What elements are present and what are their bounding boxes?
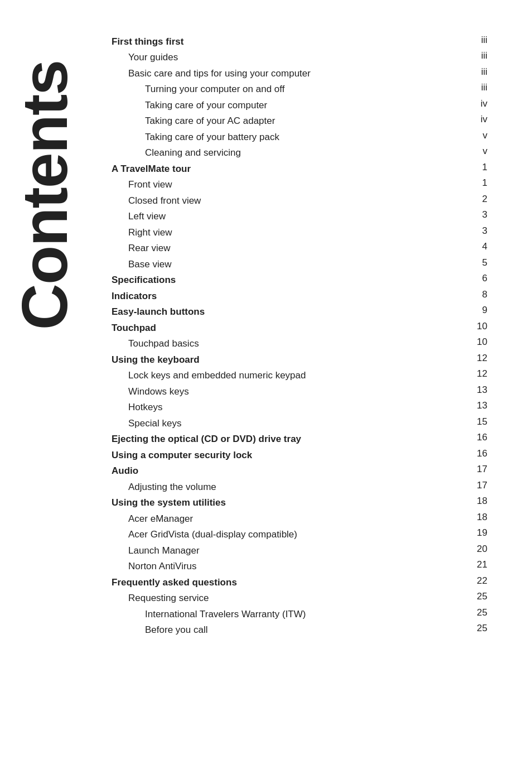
toc-page-cell: v <box>468 145 487 161</box>
toc-label: Using the keyboard <box>112 354 200 365</box>
toc-label: Front view <box>112 179 172 190</box>
toc-label-cell: Launch Manager <box>112 542 468 559</box>
toc-row: Norton AntiVirus21 <box>112 559 487 575</box>
toc-label: Right view <box>112 227 172 238</box>
toc-label-cell: Basic care and tips for using your compu… <box>112 65 468 81</box>
toc-page-cell: 12 <box>468 352 487 368</box>
toc-label: Your guides <box>112 52 178 63</box>
toc-page-cell: 25 <box>468 590 487 607</box>
toc-row: Easy-launch buttons9 <box>112 304 487 320</box>
toc-row: Rear view4 <box>112 241 487 257</box>
toc-page-cell: 9 <box>468 304 487 320</box>
toc-row: Cleaning and servicingv <box>112 145 487 161</box>
toc-row: Your guidesiii <box>112 50 487 66</box>
toc-page-cell: 10 <box>468 336 487 352</box>
toc-row: Using the keyboard12 <box>112 352 487 368</box>
toc-label-cell: Taking care of your AC adapter <box>112 113 468 129</box>
toc-page-cell: 6 <box>468 272 487 289</box>
toc-label-cell: Audio <box>112 463 468 479</box>
toc-page-cell: iii <box>468 81 487 98</box>
page-container: Contents First things firstiiiYour guide… <box>0 0 532 764</box>
toc-row: Taking care of your AC adapteriv <box>112 113 487 129</box>
toc-label-cell: Touchpad <box>112 320 468 336</box>
toc-row: Base view5 <box>112 256 487 272</box>
toc-page-cell: 5 <box>468 256 487 272</box>
toc-page-cell: 18 <box>468 495 487 511</box>
toc-row: Turning your computer on and offiii <box>112 81 487 98</box>
toc-label: Acer eManager <box>112 513 193 524</box>
toc-label-cell: Before you call <box>112 622 468 638</box>
toc-label-cell: Using the keyboard <box>112 352 468 368</box>
toc-label-cell: International Travelers Warranty (ITW) <box>112 606 468 622</box>
toc-label-cell: Norton AntiVirus <box>112 559 468 575</box>
toc-label-cell: Adjusting the volume <box>112 479 468 495</box>
toc-page-cell: iii <box>468 50 487 66</box>
toc-label: Closed front view <box>112 195 201 206</box>
toc-label: Frequently asked questions <box>112 577 237 588</box>
toc-row: Front view1 <box>112 177 487 193</box>
toc-row: Requesting service25 <box>112 590 487 607</box>
toc-label-cell: Turning your computer on and off <box>112 81 468 98</box>
toc-label: Touchpad basics <box>112 338 199 349</box>
toc-label-cell: Special keys <box>112 415 468 431</box>
toc-label-cell: Left view <box>112 209 468 225</box>
toc-label: Cleaning and servicing <box>112 147 241 158</box>
toc-page-cell: 16 <box>468 431 487 448</box>
toc-label-cell: Cleaning and servicing <box>112 145 468 161</box>
toc-row: Touchpad10 <box>112 320 487 336</box>
toc-label: Base view <box>112 259 171 270</box>
toc-page-cell: 20 <box>468 542 487 559</box>
toc-label-cell: Acer GridVista (dual-display compatible) <box>112 527 468 543</box>
toc-page-cell: iii <box>468 33 487 50</box>
toc-row: Basic care and tips for using your compu… <box>112 65 487 81</box>
toc-row: International Travelers Warranty (ITW)25 <box>112 606 487 622</box>
toc-row: Indicators8 <box>112 288 487 304</box>
toc-label: A TravelMate tour <box>112 164 191 174</box>
toc-page-cell: 1 <box>468 177 487 193</box>
toc-label: Taking care of your AC adapter <box>112 116 275 126</box>
toc-page-cell: 15 <box>468 415 487 431</box>
toc-label-cell: Using a computer security lock <box>112 447 468 463</box>
toc-page-cell: 21 <box>468 559 487 575</box>
toc-page-cell: 13 <box>468 383 487 400</box>
toc-label-cell: Lock keys and embedded numeric keypad <box>112 368 468 384</box>
toc-label-cell: Rear view <box>112 241 468 257</box>
toc-label-cell: Ejecting the optical (CD or DVD) drive t… <box>112 431 468 448</box>
toc-page-cell: 8 <box>468 288 487 304</box>
toc-label: Touchpad <box>112 323 156 333</box>
toc-page-cell: 17 <box>468 463 487 479</box>
toc-page-cell: iii <box>468 65 487 81</box>
toc-label: Launch Manager <box>112 545 200 556</box>
toc-label: Basic care and tips for using your compu… <box>112 68 311 79</box>
toc-label: Left view <box>112 211 166 222</box>
toc-page-cell: 25 <box>468 606 487 622</box>
toc-label-cell: Your guides <box>112 50 468 66</box>
toc-row: Frequently asked questions22 <box>112 574 487 590</box>
sidebar-title: Contents <box>0 28 89 363</box>
toc-page-cell: 17 <box>468 479 487 495</box>
toc-label: Norton AntiVirus <box>112 561 197 571</box>
toc-page-cell: 19 <box>468 527 487 543</box>
toc-label: Rear view <box>112 243 171 253</box>
toc-label: Ejecting the optical (CD or DVD) drive t… <box>112 434 301 444</box>
toc-label: Using the system utilities <box>112 497 226 508</box>
toc-label: Using a computer security lock <box>112 450 252 460</box>
toc-page-cell: 13 <box>468 400 487 416</box>
toc-row: Special keys15 <box>112 415 487 431</box>
toc-row: First things firstiii <box>112 33 487 50</box>
toc-page-cell: 12 <box>468 368 487 384</box>
toc-row: Before you call25 <box>112 622 487 638</box>
toc-row: Ejecting the optical (CD or DVD) drive t… <box>112 431 487 448</box>
toc-row: Using the system utilities18 <box>112 495 487 511</box>
toc-page-cell: 16 <box>468 447 487 463</box>
toc-label-cell: Front view <box>112 177 468 193</box>
toc-page-cell: v <box>468 129 487 145</box>
toc-label-cell: First things first <box>112 33 468 50</box>
toc-row: Left view3 <box>112 209 487 225</box>
toc-label: Acer GridVista (dual-display compatible) <box>112 529 297 540</box>
toc-label: Easy-launch buttons <box>112 306 205 317</box>
toc-row: Adjusting the volume17 <box>112 479 487 495</box>
toc-label-cell: Using the system utilities <box>112 495 468 511</box>
toc-row: Audio17 <box>112 463 487 479</box>
toc-row: Taking care of your computeriv <box>112 97 487 113</box>
